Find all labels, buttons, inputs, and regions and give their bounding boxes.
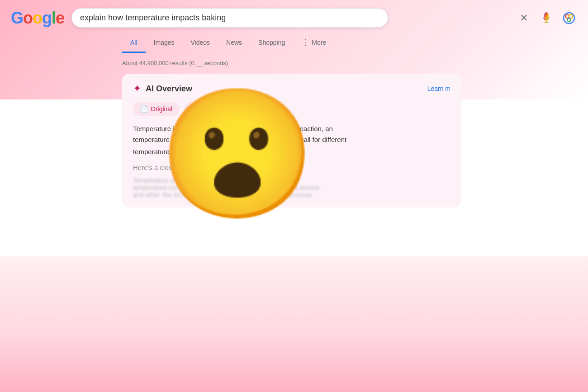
tab-shopping[interactable]: Shopping: [250, 33, 293, 53]
page-content: Google explain how temperature impacts b…: [0, 0, 588, 392]
tab-images[interactable]: Images: [146, 33, 183, 53]
blurred-middle: [191, 125, 213, 132]
logo-letter-l: l: [52, 9, 56, 27]
closer-look-text: Here's a closer look at how temperature …: [133, 164, 450, 171]
filter-original-button[interactable]: 📄 Original: [133, 102, 180, 116]
tab-videos[interactable]: Videos: [182, 33, 218, 53]
mic-icon: [540, 12, 553, 24]
logo-letter-g2: g: [42, 9, 52, 27]
filter-breakdown-button[interactable]: wn: [184, 102, 207, 116]
ai-overview-title: AI Overview: [146, 84, 192, 94]
search-query-text: explain how temperature impacts baking: [80, 13, 226, 23]
clear-button[interactable]: ✕: [516, 10, 532, 26]
results-count: About 44,900,000 results (0.__ seconds): [0, 54, 588, 70]
voice-search-button[interactable]: [538, 10, 555, 26]
filter-row: 📄 Original wn: [133, 102, 450, 116]
logo-letter-e: e: [56, 9, 64, 27]
lens-search-button[interactable]: [561, 10, 577, 26]
ai-main-text: Temperature is a cr aking. Baking is a c…: [133, 123, 450, 158]
tab-news[interactable]: News: [218, 33, 250, 53]
ai-overview-section: ✦ AI Overview Learn m 📄 Original wn Temp…: [122, 74, 461, 208]
document-icon: 📄: [140, 105, 148, 113]
blurred-text-3: and other. the ACID/ALKALI balance. resu…: [133, 191, 450, 198]
lens-icon: [563, 12, 575, 24]
google-logo: Google: [11, 9, 64, 28]
svg-point-4: [568, 17, 570, 19]
learn-more-link[interactable]: Learn m: [427, 85, 450, 92]
nav-tabs: All Images Videos News Shopping ⋮ More: [0, 32, 588, 54]
tab-more[interactable]: ⋮ More: [293, 32, 334, 54]
logo-letter-o2: o: [33, 9, 42, 27]
blurred-text-1: Temperature is a critical factor in baki…: [133, 177, 450, 184]
tab-all[interactable]: All: [122, 33, 146, 53]
expand-icon[interactable]: ˅: [177, 147, 181, 156]
ai-overview-header: ✦ AI Overview Learn m: [133, 83, 450, 94]
blurred-text-2: temperature controls heat, cold, and moi…: [133, 184, 450, 191]
search-bar[interactable]: explain how temperature impacts baking: [71, 8, 388, 28]
logo-letter-o1: o: [23, 9, 33, 27]
more-dots-icon: ⋮: [301, 38, 310, 47]
logo-letter-g: G: [11, 9, 23, 27]
close-icon: ✕: [520, 12, 528, 24]
ai-spark-icon: ✦: [133, 83, 141, 94]
header: Google explain how temperature impacts b…: [0, 0, 588, 32]
search-icons: ✕: [516, 10, 577, 26]
